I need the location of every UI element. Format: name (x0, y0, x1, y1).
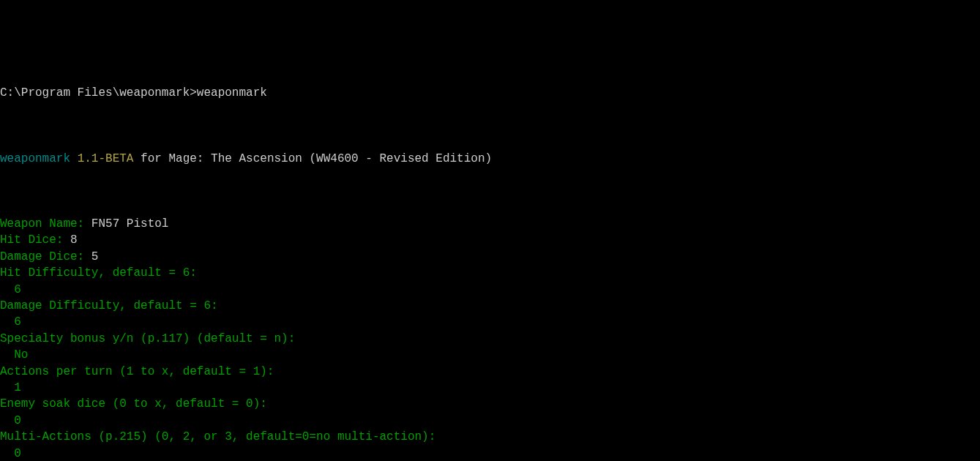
input-label: Enemy soak dice (0 to x, default = 0): (0, 397, 267, 411)
input-label: Damage Dice: (0, 250, 84, 263)
input-label: Actions per turn (1 to x, default = 1): (0, 365, 274, 378)
input-label: Multi-Actions (p.215) (0, 2, or 3, defau… (0, 430, 435, 443)
input-value: 6 (0, 315, 21, 329)
input-value: 5 (91, 250, 99, 263)
input-label: Hit Dice: (0, 233, 63, 247)
input-value: 6 (0, 283, 21, 296)
input-label: Hit Difficulty, default = 6: (0, 266, 197, 280)
input-value: 0 (0, 414, 21, 427)
input-value: 0 (0, 447, 21, 460)
version: 1.1-BETA (78, 152, 134, 165)
terminal-output: C:\Program Files\weaponmark>weaponmark w… (0, 69, 980, 461)
input-value: FN57 Pistol (91, 217, 169, 230)
input-label: Specialty bonus y/n (p.117) (default = n… (0, 332, 295, 345)
input-value: 1 (0, 381, 21, 394)
input-label: Weapon Name: (0, 217, 84, 230)
app-name: weaponmark (0, 152, 70, 165)
command-entered: weaponmark (197, 86, 267, 100)
input-prompts: Weapon Name: FN57 PistolHit Dice: 8Damag… (0, 216, 980, 461)
input-value: No (0, 348, 28, 361)
input-value: 8 (70, 233, 78, 247)
prompt-path: C:\Program Files\weaponmark> (0, 86, 197, 100)
tagline: for Mage: The Ascension (WW4600 - Revise… (141, 152, 492, 165)
input-label: Damage Difficulty, default = 6: (0, 299, 218, 312)
